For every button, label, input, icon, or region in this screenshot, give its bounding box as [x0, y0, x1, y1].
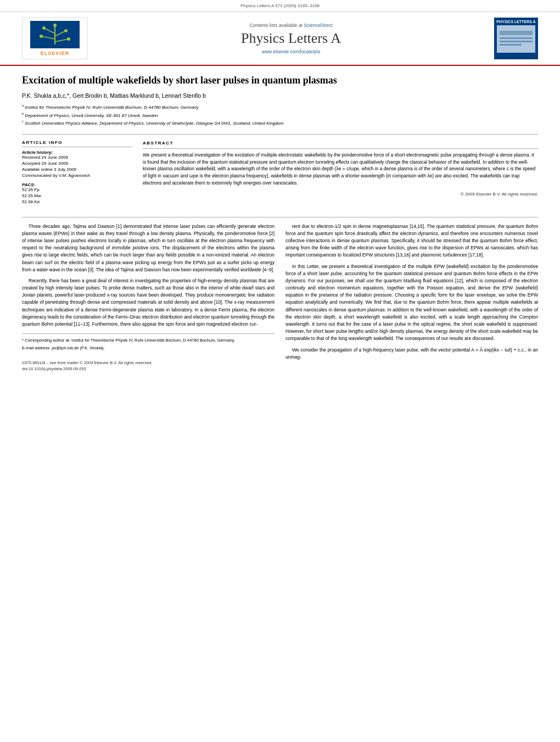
footnote-email: E-mail address: ps@tp4.rub.de (P.K. Shuk… — [22, 345, 275, 351]
header-area: ELSEVIER Contents lists available at Sci… — [0, 12, 560, 66]
bottom-info: 0375-9601/$ – see front matter © 2009 El… — [22, 360, 275, 372]
body-left-p2: Recently, there has been a great deal of… — [22, 277, 275, 328]
footnote-area: * Corresponding author at: Institut für … — [22, 333, 275, 352]
body-right-p1: rent due to electron-1/2 spin in dense m… — [285, 223, 538, 259]
page: Physics Letters A 373 (2009) 3165–3168 — [0, 0, 560, 381]
pacs-1: 52.35.Fp — [22, 187, 132, 192]
elsevier-logo: ELSEVIER — [22, 18, 88, 59]
svg-rect-12 — [500, 31, 533, 35]
pacs-label: PACS: — [22, 182, 132, 187]
doi-line: doi:10.1016/j.physleta.2009.06.053 — [22, 366, 275, 372]
journal-header: Physics Letters A 373 (2009) 3165–3168 — [0, 0, 560, 12]
body-right-p3: We consider the propagation of a high-fr… — [285, 347, 538, 361]
svg-point-9 — [67, 37, 70, 41]
svg-point-7 — [64, 29, 68, 32]
affiliation-a: a Institut für Theoretische Physik IV, R… — [22, 103, 538, 111]
article-info-heading: ARTICLE INFO — [22, 140, 132, 147]
abstract-heading: ABSTRACT — [143, 140, 538, 149]
header-center: Contents lists available at ScienceDirec… — [93, 18, 489, 59]
main-content: Excitation of multiple wakefields by sho… — [0, 66, 560, 381]
body-right-column: rent due to electron-1/2 spin in dense m… — [285, 223, 538, 372]
affiliation-b: b Department of Physics, Umeå University… — [22, 111, 538, 119]
received-date: Received 24 June 2009 — [22, 155, 132, 160]
journal-citation: Physics Letters A 373 (2009) 3165–3168 — [240, 3, 320, 8]
body-columns: Three decades ago, Tajima and Dawson [1]… — [22, 223, 538, 372]
pla-logo-title: PHYSICS LETTERS A — [496, 20, 535, 24]
body-left-column: Three decades ago, Tajima and Dawson [1]… — [22, 223, 275, 372]
footnote-corresponding: * Corresponding author at: Institut für … — [22, 337, 275, 343]
abstract-section: ABSTRACT We present a theoretical invest… — [143, 140, 538, 209]
sciencedirect-link: Contents lists available at ScienceDirec… — [249, 23, 332, 28]
svg-rect-13 — [500, 37, 533, 39]
pacs-2: 52.35.Mw — [22, 193, 132, 198]
svg-point-10 — [53, 24, 57, 27]
copyright: © 2009 Elsevier B.V. All rights reserved… — [143, 191, 538, 198]
authors: P.K. Shukla a,b,c,*, Gert Brodin b, Matt… — [22, 92, 538, 99]
pacs-group: PACS: 52.35.Fp 52.35.Mw 52.38.Kd — [22, 182, 132, 204]
svg-point-6 — [42, 26, 46, 30]
divider-1 — [22, 134, 538, 135]
svg-point-8 — [40, 35, 43, 38]
article-title: Excitation of multiple wakefields by sho… — [22, 74, 538, 87]
svg-rect-15 — [500, 44, 522, 46]
sciencedirect-anchor[interactable]: ScienceDirect — [304, 23, 332, 28]
pacs-3: 52.38.Kd — [22, 199, 132, 204]
svg-rect-14 — [500, 41, 533, 42]
pla-logo-image — [497, 25, 535, 53]
affiliations: a Institut für Theoretische Physik IV, R… — [22, 103, 538, 127]
body-right-p2: In this Letter, we present a theoretical… — [285, 263, 538, 343]
article-history: Article history: Received 24 June 2009 A… — [22, 150, 132, 178]
body-left-p1: Three decades ago, Tajima and Dawson [1]… — [22, 223, 275, 274]
journal-url[interactable]: www.elsevier.com/locate/pla — [262, 49, 320, 54]
issn-line: 0375-9601/$ – see front matter © 2009 El… — [22, 360, 275, 366]
journal-title-header: Physics Letters A — [241, 30, 341, 47]
abstract-text: We present a theoretical investigation o… — [143, 152, 538, 187]
article-info: ARTICLE INFO Article history: Received 2… — [22, 140, 132, 209]
elsevier-text: ELSEVIER — [41, 51, 70, 56]
divider-2 — [22, 217, 538, 217]
elsevier-logo-image — [30, 21, 80, 48]
affiliation-c: c Scottish Universities Physics Alliance… — [22, 119, 538, 127]
available-date: Available online 3 July 2009 — [22, 167, 132, 172]
journal-logo-right: PHYSICS LETTERS A — [494, 18, 538, 59]
article-meta: ARTICLE INFO Article history: Received 2… — [22, 140, 538, 209]
history-label: Article history: — [22, 150, 132, 155]
accepted-date: Accepted 29 June 2009 — [22, 161, 132, 166]
communicated-by: Communicated by V.M. Agranovich — [22, 173, 132, 178]
